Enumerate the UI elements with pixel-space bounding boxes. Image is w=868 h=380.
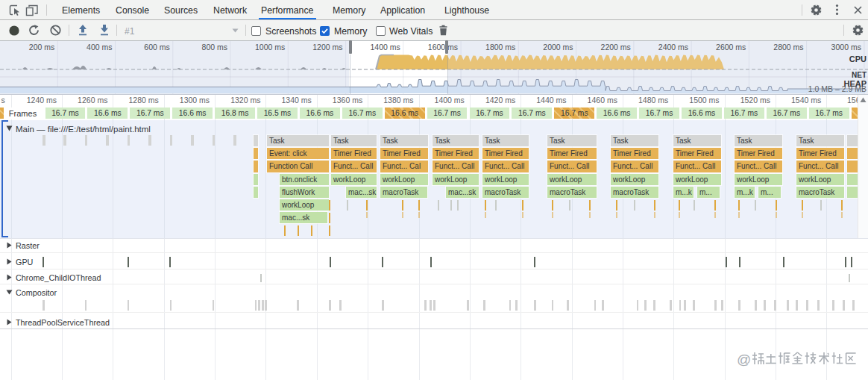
svg-text:@: @ [737,352,751,367]
